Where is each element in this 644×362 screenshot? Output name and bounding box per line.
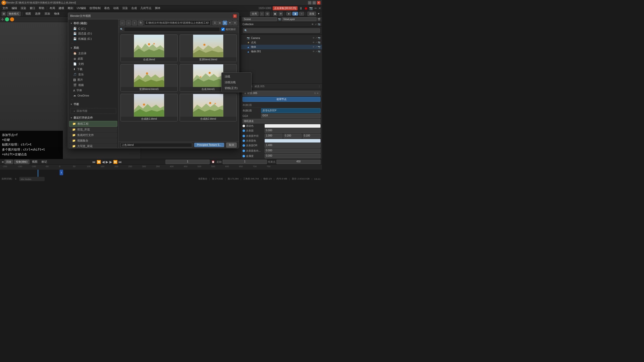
light-eye[interactable]: 👁 — [312, 41, 315, 44]
fb-onedrive[interactable]: ☁ OneDrive — [68, 93, 118, 98]
cursor-tool[interactable]: ✛ — [1, 17, 4, 21]
system-more[interactable]: ··· — [68, 98, 118, 101]
end-frame[interactable]: 450 — [276, 160, 320, 164]
ws-scripting[interactable]: 脚本 — [153, 6, 162, 11]
cam-render[interactable]: 📷 — [318, 37, 320, 39]
mode-selector[interactable]: 物体模式 — [7, 12, 21, 16]
ws-uv[interactable]: UV编辑 — [75, 6, 88, 11]
subsurface-aniso-value[interactable]: 0.000 — [265, 149, 320, 153]
obj-select[interactable]: ↗ — [315, 46, 317, 48]
view-layer-input[interactable] — [282, 17, 316, 21]
ws-composite[interactable]: 合成 — [130, 6, 138, 11]
fb-music[interactable]: 🎵 音乐 — [68, 72, 118, 77]
base-color-swatch[interactable] — [265, 124, 320, 128]
nav-forward-btn[interactable]: → — [126, 20, 131, 25]
fb-drive-e[interactable]: 💾 机械盘 (E:) — [68, 36, 118, 41]
play-prev[interactable]: ◀ — [102, 160, 105, 164]
recent-video[interactable]: 📁 视频集合 — [69, 138, 117, 143]
path-input[interactable] — [144, 20, 211, 25]
play-next[interactable]: ▶ — [109, 160, 112, 164]
timeline-view[interactable]: 视图 — [30, 159, 39, 164]
fb-pictures[interactable]: 🖼 图片 — [68, 77, 118, 82]
play-pause[interactable]: ▶ — [106, 160, 108, 164]
menu-file[interactable]: 文件 — [1, 6, 10, 11]
ggx-selector[interactable]: GGX — [261, 114, 320, 118]
cam-select[interactable]: ↗ — [315, 37, 317, 39]
obj-render[interactable]: 📷 — [318, 46, 320, 48]
obj001-render[interactable]: 📷 — [318, 50, 320, 53]
recent-fish[interactable]: 📁 鱼戏对打文件 — [69, 132, 117, 138]
current-frame[interactable]: 1 — [166, 160, 210, 164]
relative-path-checkbox[interactable] — [221, 28, 225, 31]
outliner-camera[interactable]: 📷 Camera 👁 ↗ 📷 — [241, 36, 322, 40]
fb-documents[interactable]: 📄 文档 — [68, 61, 118, 67]
mat-del-icon[interactable]: ✕ — [317, 92, 319, 95]
fb-videos[interactable]: 🎬 视频 — [68, 82, 118, 88]
menu-edit[interactable]: 编辑 — [10, 6, 19, 11]
file-item-5[interactable]: 合成路2.blend — [180, 94, 237, 121]
file-item-1[interactable]: 竖屏blend.blend — [180, 34, 237, 62]
transform-icon[interactable]: ↕ — [260, 12, 264, 16]
vis-eye[interactable]: 👁 — [311, 23, 314, 26]
principled-value[interactable]: 原理化BSDF — [261, 108, 320, 113]
frame-type[interactable]: 报像(播帧) — [14, 160, 29, 164]
menu-window[interactable]: 窗口 — [28, 6, 37, 11]
file-item-2[interactable]: 竖屏blend.blend1 — [120, 64, 178, 92]
fb-search-input[interactable] — [124, 27, 220, 32]
subsurface-b[interactable]: 0.100 — [303, 134, 320, 138]
fb-ok-btn[interactable]: Principled Texture S... — [194, 143, 224, 147]
icon-grid[interactable]: ⊞ — [2, 12, 6, 16]
ws-modeling[interactable]: 建模 — [57, 6, 66, 11]
fb-desktop[interactable]: 🖥 桌面 — [68, 56, 118, 61]
timeline-track[interactable]: 1 — [0, 170, 322, 177]
fb-cancel-btn[interactable]: 取消 — [226, 143, 237, 148]
overlay-icon[interactable]: ◉ — [273, 12, 277, 16]
dropdown-tangent[interactable]: 切线(正方) — [222, 85, 251, 91]
random-walk-value[interactable]: 随机游走 — [243, 119, 320, 123]
maximize-button[interactable]: □ — [312, 1, 316, 5]
view-settings-btn[interactable]: ⚙ — [233, 21, 237, 25]
add-bookmark-btn[interactable]: + 添加书签 — [70, 108, 116, 114]
subsurface-ior-value[interactable]: 1.400 — [265, 143, 320, 148]
fb-volumes-header[interactable]: ▼ 卷积 (磁盘) — [68, 20, 118, 26]
fb-recent-header[interactable]: ▼ 最近打开的文件 — [68, 115, 118, 121]
light-render[interactable]: 📷 — [318, 41, 320, 44]
shade-render[interactable]: ○ — [299, 12, 304, 16]
close-button[interactable]: ✕ — [317, 1, 320, 5]
outliner-object[interactable]: ▲ 物体 👁 ↗ 📷 — [241, 45, 322, 49]
mat-copy-icon[interactable]: ⎘ — [314, 92, 316, 95]
fb-close-btn[interactable]: ✕ — [233, 14, 237, 18]
recent-daxieyi[interactable]: 📁 大写意_荷花 — [69, 144, 117, 148]
ws-texture[interactable]: 纹理绘制 — [88, 6, 102, 11]
fb-downloads[interactable]: ⬇ 下载 — [68, 67, 118, 72]
recent-tutorial[interactable]: 📁 教程工程 — [69, 121, 117, 127]
gizmo-icon[interactable]: ✛ — [278, 12, 283, 16]
vis-select[interactable]: ↗ — [315, 23, 317, 26]
ws-layout[interactable]: 布局 — [48, 6, 57, 11]
start-frame[interactable]: 1 — [223, 160, 267, 164]
subsurface-value[interactable]: 0.000 — [265, 128, 320, 133]
subsurface-r[interactable]: 1.000 — [265, 134, 283, 138]
metallic-value[interactable]: 0.000 — [265, 154, 320, 158]
fb-bookmarks-header[interactable]: ▼ 书签 — [68, 101, 118, 107]
file-item-4[interactable]: 合成路1.blend — [120, 94, 178, 121]
toolbar-select[interactable]: 选择 — [33, 11, 42, 16]
fb-system-header[interactable]: ▼ 系统 — [68, 45, 118, 51]
ws-animation[interactable]: 动画 — [112, 6, 120, 11]
nav-refresh-btn[interactable]: ↻ — [138, 20, 143, 25]
outliner-search[interactable] — [243, 28, 320, 33]
ws-sculpt[interactable]: 雕刻 — [66, 6, 75, 11]
obj001-select[interactable]: ↗ — [315, 50, 317, 53]
ws-render[interactable]: 渲染 — [121, 6, 129, 11]
outliner-light[interactable]: ☀ 点光 👁 ↗ 📷 — [241, 40, 322, 45]
timeline-marker[interactable]: 标记 — [40, 159, 49, 164]
toolbar-add[interactable]: 添加 — [43, 11, 52, 16]
recent-lotus[interactable]: 📁 荷花_开花 — [69, 127, 117, 132]
timeline-content[interactable]: -200 -150 -100 -50 0 50 100 150 200 250 … — [0, 165, 322, 177]
dropdown-normal[interactable]: 法线 — [222, 74, 251, 79]
menu-render[interactable]: 渲染 — [19, 6, 28, 11]
fb-filename-input[interactable] — [120, 143, 192, 147]
view-filter-btn[interactable]: ▼ — [228, 21, 232, 25]
scene-input[interactable] — [243, 17, 277, 21]
playback-mode[interactable]: 回放 — [5, 160, 13, 164]
